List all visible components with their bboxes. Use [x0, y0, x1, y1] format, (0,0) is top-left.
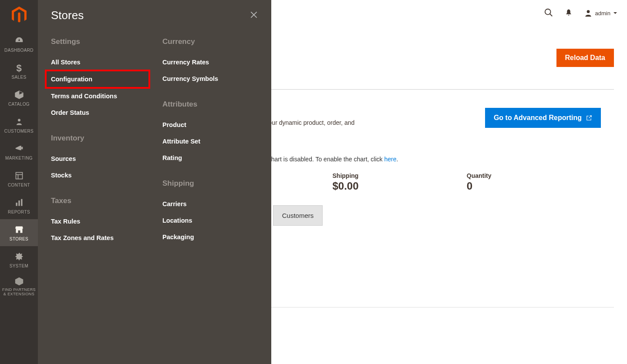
section-title: Attributes [162, 100, 258, 109]
stat-value: $0.00 [333, 180, 467, 192]
magento-logo[interactable] [0, 0, 38, 30]
flyout-section-shipping: Shipping Carriers Locations Packaging [162, 179, 258, 245]
section-title: Currency [162, 37, 258, 46]
flyout-header: Stores [38, 0, 271, 31]
link-locations[interactable]: Locations [162, 212, 258, 229]
link-packaging[interactable]: Packaging [162, 229, 258, 245]
link-product-attr[interactable]: Product [162, 117, 258, 133]
stat-quantity: Quantity 0 [467, 172, 601, 192]
sidebar-item-stores[interactable]: STORES [0, 219, 38, 246]
sidebar-label: STORES [10, 237, 28, 241]
tab-customers[interactable]: Customers [273, 205, 323, 226]
link-currency-rates[interactable]: Currency Rates [162, 54, 258, 70]
link-tax-rules[interactable]: Tax Rules [51, 213, 149, 230]
gear-icon [14, 251, 24, 262]
dollar-icon: $ [14, 63, 24, 73]
sidebar-item-dashboard[interactable]: DASHBOARD [0, 30, 38, 57]
cube-icon [14, 90, 24, 100]
button-label: Go to Advanced Reporting [494, 114, 582, 122]
enable-chart-link[interactable]: here [384, 156, 396, 163]
svg-text:$: $ [16, 63, 22, 73]
reload-data-button[interactable]: Reload Data [556, 49, 614, 67]
external-link-icon [586, 115, 592, 121]
chevron-down-icon [613, 11, 617, 15]
bars-icon [14, 197, 24, 208]
sidebar-label: CONTENT [8, 183, 30, 187]
section-title: Inventory [51, 134, 149, 143]
sidebar-item-reports[interactable]: REPORTS [0, 192, 38, 219]
stores-flyout: Stores Settings All Stores Configuration… [38, 0, 271, 307]
sidebar-label: REPORTS [8, 210, 30, 214]
section-title: Taxes [51, 197, 149, 205]
flyout-section-attributes: Attributes Product Attribute Set Rating [162, 100, 258, 166]
stat-value: 0 [467, 180, 601, 192]
layout-icon [14, 170, 24, 181]
close-icon[interactable] [249, 10, 258, 20]
admin-user-menu[interactable]: admin [584, 9, 617, 17]
svg-point-8 [545, 9, 550, 14]
svg-rect-6 [18, 200, 20, 206]
flyout-section-taxes: Taxes Tax Rules Tax Zones and Rates [51, 197, 149, 246]
go-to-advanced-reporting-button[interactable]: Go to Advanced Reporting [485, 108, 601, 128]
bell-icon[interactable] [565, 8, 573, 18]
sidebar-item-find-partners[interactable]: FIND PARTNERS & EXTENSIONS [0, 273, 38, 300]
search-icon[interactable] [544, 8, 553, 19]
link-terms-conditions[interactable]: Terms and Conditions [51, 88, 149, 104]
sidebar-item-system[interactable]: SYSTEM [0, 246, 38, 273]
sidebar-nav: DASHBOARD $ SALES CATALOG CUSTOMERS MARK… [0, 30, 38, 300]
stat-shipping: Shipping $0.00 [333, 172, 467, 192]
link-rating[interactable]: Rating [162, 150, 258, 166]
link-attribute-set[interactable]: Attribute Set [162, 133, 258, 150]
sidebar-item-content[interactable]: CONTENT [0, 165, 38, 192]
person-icon [14, 117, 24, 127]
sidebar-item-customers[interactable]: CUSTOMERS [0, 111, 38, 138]
flyout-title: Stores [51, 9, 84, 22]
link-tax-zones-rates[interactable]: Tax Zones and Rates [51, 230, 149, 246]
sidebar-item-catalog[interactable]: CATALOG [0, 84, 38, 111]
flyout-section-currency: Currency Currency Rates Currency Symbols [162, 37, 258, 87]
dashboard-icon [14, 36, 24, 46]
sidebar-label: DASHBOARD [4, 48, 34, 53]
section-title: Shipping [162, 179, 258, 188]
link-order-status[interactable]: Order Status [51, 104, 149, 121]
link-configuration[interactable]: Configuration [46, 70, 149, 88]
link-sources[interactable]: Sources [51, 150, 149, 167]
sidebar-label: FIND PARTNERS & EXTENSIONS [2, 288, 36, 297]
link-all-stores[interactable]: All Stores [51, 54, 149, 70]
sidebar-label: MARKETING [5, 156, 33, 160]
link-carriers[interactable]: Carriers [162, 196, 258, 212]
sidebar-item-marketing[interactable]: MARKETING [0, 138, 38, 165]
svg-point-10 [587, 10, 590, 13]
flyout-section-settings: Settings All Stores Configuration Terms … [51, 37, 149, 121]
flyout-col-2: Currency Currency Rates Currency Symbols… [162, 37, 258, 259]
sidebar-label: SYSTEM [10, 264, 29, 268]
user-icon [584, 9, 593, 17]
admin-username: admin [595, 10, 610, 17]
svg-rect-7 [21, 199, 22, 206]
link-currency-symbols[interactable]: Currency Symbols [162, 70, 258, 87]
sidebar-label: SALES [11, 75, 26, 80]
sidebar-label: CATALOG [8, 102, 30, 107]
admin-sidebar: DASHBOARD $ SALES CATALOG CUSTOMERS MARK… [0, 0, 38, 307]
flyout-col-1: Settings All Stores Configuration Terms … [51, 37, 149, 259]
magento-icon [12, 7, 27, 24]
stat-label: Quantity [467, 172, 601, 179]
svg-line-9 [549, 13, 552, 16]
store-icon [14, 224, 24, 235]
partners-icon [14, 277, 24, 286]
svg-rect-5 [16, 203, 17, 206]
link-stocks[interactable]: Stocks [51, 167, 149, 184]
sidebar-label: CUSTOMERS [4, 129, 34, 134]
section-title: Settings [51, 37, 149, 46]
megaphone-icon [14, 144, 24, 154]
svg-point-1 [18, 119, 20, 121]
svg-rect-2 [16, 172, 22, 179]
sidebar-item-sales[interactable]: $ SALES [0, 57, 38, 84]
stat-label: Shipping [333, 172, 467, 179]
flyout-section-inventory: Inventory Sources Stocks [51, 134, 149, 184]
flyout-body: Settings All Stores Configuration Terms … [38, 31, 271, 266]
